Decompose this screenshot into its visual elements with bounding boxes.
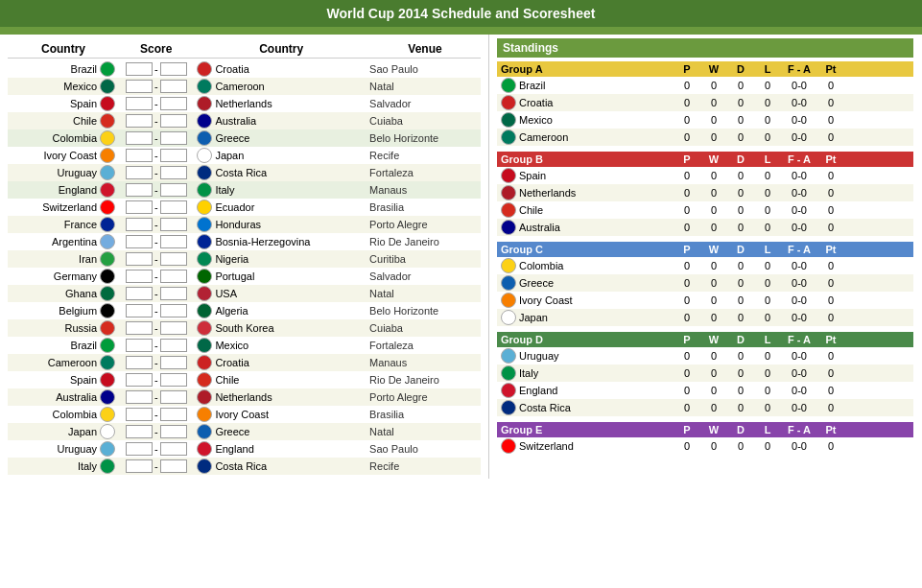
standing-team-name: Switzerland — [501, 438, 674, 454]
right-flag — [197, 96, 212, 111]
score-left-input[interactable] — [126, 97, 153, 110]
team-right: Netherlands — [193, 96, 369, 111]
left-flag — [100, 251, 115, 267]
sr-fa: 0-0 — [781, 97, 817, 108]
score-left-input[interactable] — [126, 373, 153, 387]
score-left-input[interactable] — [126, 304, 153, 318]
standing-row: Chile 0 0 0 0 0-0 0 — [497, 201, 913, 219]
score-left-input[interactable] — [126, 270, 153, 283]
left-flag — [100, 407, 115, 422]
score-box: - — [119, 339, 193, 352]
score-right-input[interactable] — [160, 200, 187, 214]
sr-l: 0 — [754, 277, 781, 289]
team-left: Chile — [8, 113, 119, 129]
score-box: - — [119, 373, 193, 387]
score-right-input[interactable] — [160, 252, 187, 266]
right-flag — [197, 200, 212, 215]
score-right-input[interactable] — [160, 166, 187, 179]
sr-p: 0 — [674, 170, 700, 181]
venue: Brasilia — [369, 201, 481, 213]
score-right-input[interactable] — [160, 235, 187, 248]
team-right: Portugal — [193, 269, 369, 284]
standing-team-name: Netherlands — [501, 185, 674, 200]
group-header: Group B P W D L F - A Pt — [497, 152, 913, 167]
score-right-input[interactable] — [160, 408, 187, 421]
score-left-input[interactable] — [126, 183, 153, 197]
score-left-input[interactable] — [126, 218, 153, 231]
score-box: - — [119, 183, 193, 197]
standings-panel: Standings Group A P W D L F - A Pt Brazi… — [489, 35, 921, 479]
score-box: - — [119, 304, 193, 318]
score-right-input[interactable] — [160, 425, 187, 438]
score-left-input[interactable] — [126, 459, 153, 473]
score-left-input[interactable] — [126, 235, 153, 248]
sr-l: 0 — [754, 204, 781, 216]
score-right-input[interactable] — [160, 339, 187, 352]
score-right-input[interactable] — [160, 114, 187, 128]
left-flag — [100, 165, 115, 180]
score-box: - — [119, 97, 193, 110]
score-right-input[interactable] — [160, 442, 187, 456]
score-dash: - — [154, 63, 158, 75]
score-right-input[interactable] — [160, 270, 187, 283]
score-right-input[interactable] — [160, 131, 187, 145]
score-left-input[interactable] — [126, 200, 153, 214]
score-left-input[interactable] — [126, 149, 153, 162]
sr-p: 0 — [674, 385, 700, 396]
standing-row: Costa Rica 0 0 0 0 0-0 0 — [497, 399, 913, 416]
venue: Natal — [369, 288, 481, 299]
score-dash: - — [154, 357, 158, 368]
score-left-input[interactable] — [126, 80, 153, 93]
right-team-name: Cameroon — [215, 81, 264, 92]
score-left-input[interactable] — [126, 321, 153, 335]
score-right-input[interactable] — [160, 321, 187, 335]
score-left-input[interactable] — [126, 252, 153, 266]
venue: Sao Paulo — [369, 443, 481, 455]
standing-row: Mexico 0 0 0 0 0-0 0 — [497, 111, 913, 129]
sr-l: 0 — [754, 187, 781, 199]
standing-team-name: England — [501, 383, 674, 398]
score-right-input[interactable] — [160, 390, 187, 404]
right-flag — [197, 217, 212, 232]
score-left-input[interactable] — [126, 442, 153, 456]
left-team-name: France — [64, 219, 97, 230]
score-right-input[interactable] — [160, 459, 187, 473]
schedule-panel: Country Score Country Venue Brazil - Cro… — [0, 35, 489, 479]
score-left-input[interactable] — [126, 114, 153, 128]
score-left-input[interactable] — [126, 408, 153, 421]
sr-fa: 0-0 — [781, 367, 817, 379]
standing-team-name: Greece — [501, 275, 674, 291]
header-venue: Venue — [369, 42, 481, 56]
score-right-input[interactable] — [160, 304, 187, 318]
score-left-input[interactable] — [126, 339, 153, 352]
score-left-input[interactable] — [126, 425, 153, 438]
gh-w: W — [700, 63, 727, 75]
right-flag — [197, 61, 212, 77]
score-dash: - — [154, 270, 158, 282]
score-right-input[interactable] — [160, 183, 187, 197]
left-flag — [100, 286, 115, 301]
score-left-input[interactable] — [126, 166, 153, 179]
score-right-input[interactable] — [160, 218, 187, 231]
right-flag — [197, 303, 212, 318]
score-left-input[interactable] — [126, 287, 153, 300]
team-left: Ivory Coast — [8, 148, 119, 163]
match-list: Brazil - Croatia Sao Paulo Mexico - Came… — [8, 60, 481, 475]
score-dash: - — [154, 219, 158, 230]
right-team-name: Portugal — [215, 270, 254, 282]
team-left: Spain — [8, 372, 119, 388]
score-right-input[interactable] — [160, 80, 187, 93]
score-left-input[interactable] — [126, 62, 153, 76]
score-right-input[interactable] — [160, 373, 187, 387]
score-right-input[interactable] — [160, 356, 187, 369]
team-left: Brazil — [8, 338, 119, 353]
score-left-input[interactable] — [126, 390, 153, 404]
score-right-input[interactable] — [160, 287, 187, 300]
score-right-input[interactable] — [160, 149, 187, 162]
left-flag — [100, 303, 115, 318]
score-right-input[interactable] — [160, 97, 187, 110]
score-right-input[interactable] — [160, 62, 187, 76]
team-left: Russia — [8, 320, 119, 336]
score-left-input[interactable] — [126, 131, 153, 145]
score-left-input[interactable] — [126, 356, 153, 369]
